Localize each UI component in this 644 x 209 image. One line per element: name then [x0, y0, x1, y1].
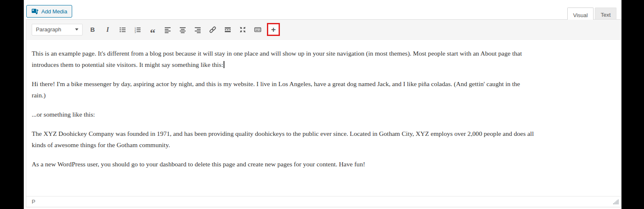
paragraph: ...or something like this:	[32, 109, 615, 120]
screenshot-stage: Add Media Visual Text Paragraph B I	[0, 0, 644, 209]
letterbox-left	[0, 0, 24, 209]
resize-grip-icon	[613, 199, 619, 204]
read-more-icon	[224, 26, 231, 33]
blockquote-button[interactable]: “	[147, 24, 158, 35]
text-line: As a new WordPress user, you should go t…	[32, 158, 615, 170]
align-left-button[interactable]	[162, 24, 174, 35]
insert-plus-button[interactable]: +	[269, 25, 279, 35]
read-more-tag-button[interactable]	[222, 24, 234, 35]
editor-statusbar: P	[26, 196, 621, 207]
align-center-button[interactable]	[177, 24, 189, 35]
annotation-highlight-box: +	[267, 23, 280, 36]
numbered-list-icon: 1 2 3	[134, 26, 141, 33]
text-line: kinds of awesome things for the Gotham c…	[32, 139, 615, 150]
link-icon	[209, 26, 216, 33]
text-line: Hi there! I'm a bike messenger by day, a…	[32, 78, 615, 89]
fullscreen-button[interactable]	[237, 24, 249, 35]
bulleted-list-icon	[119, 26, 126, 33]
text-line: The XYZ Doohickey Company was founded in…	[32, 128, 615, 139]
tab-text[interactable]: Text	[595, 8, 616, 19]
bold-button[interactable]: B	[87, 24, 98, 35]
align-right-button[interactable]	[192, 24, 204, 35]
paragraph: As a new WordPress user, you should go t…	[32, 158, 615, 170]
align-right-icon	[194, 26, 201, 33]
editor-body[interactable]: This is an example page. It's different …	[26, 40, 621, 197]
paragraph: This is an example page. It's different …	[32, 48, 615, 70]
fullscreen-icon	[239, 26, 247, 33]
plus-icon: +	[271, 25, 276, 33]
text-line: rain.)	[32, 89, 615, 101]
toolbar-toggle-icon	[254, 26, 262, 33]
align-left-icon	[164, 26, 171, 33]
toolbar-toggle-button[interactable]	[252, 24, 264, 35]
wp-classic-editor: Add Media Visual Text Paragraph B I	[24, 0, 621, 209]
italic-icon: I	[106, 26, 109, 33]
bulleted-list-button[interactable]	[117, 24, 128, 35]
numbered-list-button[interactable]: 1 2 3	[132, 24, 143, 35]
text-line: This is an example page. It's different …	[32, 48, 615, 59]
editor-container: Paragraph B I	[26, 19, 621, 207]
italic-button[interactable]: I	[102, 24, 113, 35]
add-media-label: Add Media	[41, 8, 67, 15]
text-caret	[224, 61, 224, 68]
element-path[interactable]: P	[32, 199, 35, 205]
paragraph: The XYZ Doohickey Company was founded in…	[32, 128, 615, 150]
resize-handle[interactable]	[613, 199, 619, 204]
paragraph: Hi there! I'm a bike messenger by day, a…	[32, 78, 615, 101]
tab-visual[interactable]: Visual	[567, 8, 594, 20]
paragraph-format-select[interactable]: Paragraph	[32, 24, 83, 36]
editor-mode-tabs: Visual Text	[567, 8, 616, 20]
align-center-icon	[179, 26, 186, 33]
paragraph-format-value: Paragraph	[36, 26, 61, 33]
editor-toolbar: Paragraph B I	[26, 20, 621, 40]
chevron-down-icon	[75, 28, 78, 31]
text-line: introduces them to potential site visito…	[32, 59, 615, 70]
insert-link-button[interactable]	[207, 24, 219, 35]
text-line: ...or something like this:	[32, 109, 615, 120]
svg-text:3: 3	[135, 31, 136, 33]
bold-icon: B	[91, 26, 95, 33]
media-icon	[31, 8, 38, 15]
add-media-button[interactable]: Add Media	[26, 5, 72, 18]
letterbox-right	[621, 0, 644, 209]
